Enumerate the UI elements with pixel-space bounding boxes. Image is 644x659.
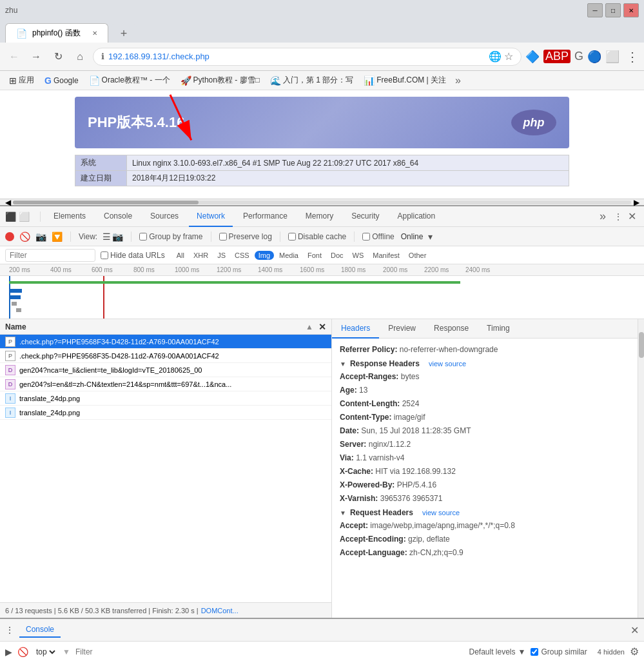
bookmark-freebuf[interactable]: 📊 FreeBuf.COM | 关注 [360, 74, 450, 87]
list-item[interactable]: I translate_24dp.png [0, 391, 331, 406]
browser-tab[interactable]: 📄 phpinfo() 函数 ✕ [5, 23, 108, 43]
details-scrollbar[interactable] [638, 319, 644, 618]
scroll-thumb[interactable] [13, 201, 199, 204]
filter-js-button[interactable]: JS [213, 251, 229, 260]
console-filter-input[interactable] [75, 647, 464, 656]
camera-button[interactable]: 📷 [35, 231, 46, 242]
tab-performance[interactable]: Performance [235, 206, 295, 227]
filter-media-button[interactable]: Media [275, 251, 302, 260]
list-item[interactable]: P .check.php?=PHPE9568F34-D428-11d2-A769… [0, 335, 331, 349]
console-block-button[interactable]: 🚫 [17, 647, 28, 657]
extension-icon-3[interactable]: G [574, 50, 583, 63]
devtools-more-button[interactable]: » [600, 210, 606, 223]
filter-input[interactable] [5, 249, 95, 262]
record-button[interactable] [5, 232, 14, 241]
view-source-link[interactable]: view source [429, 360, 466, 368]
console-play-button[interactable]: ▶ [5, 647, 12, 657]
new-tab-button[interactable]: + [111, 25, 137, 43]
list-item[interactable]: P .check.php?=PHPE9568F35-D428-11d2-A769… [0, 349, 331, 363]
extension-icon-4[interactable]: 🔵 [587, 50, 601, 64]
devtools-close-button[interactable]: ✕ [625, 208, 639, 225]
tab-network[interactable]: Network [189, 206, 233, 227]
domcont-link[interactable]: DOMCont... [201, 607, 239, 615]
bookmark-python[interactable]: 🚀 Python教程 - 廖雪□ [177, 74, 264, 87]
maximize-button[interactable]: □ [605, 3, 621, 17]
tick-1800ms: 1800 ms [341, 266, 366, 273]
tab-elements[interactable]: Elements [46, 206, 93, 227]
request-view-source-link[interactable]: view source [422, 509, 460, 516]
tab-console[interactable]: Console [96, 206, 140, 227]
scroll-track[interactable] [13, 201, 631, 204]
devtools-settings-icon[interactable]: ⋮ [614, 211, 623, 222]
detail-tab-timing[interactable]: Timing [478, 319, 519, 339]
devtools-undock-icon[interactable]: ⬜ [19, 211, 30, 222]
header-row: Via: 1.1 varnish-v4 [340, 452, 630, 464]
bookmark-intro[interactable]: 🌊 入门，第 1 部分：写 [266, 74, 357, 87]
bookmarks-more-button[interactable]: » [455, 75, 461, 86]
detail-tab-headers[interactable]: Headers [332, 319, 379, 339]
tab-application[interactable]: Application [390, 206, 444, 227]
devtools-dock-icon[interactable]: ⬛ [5, 211, 16, 222]
console-tab[interactable]: Console [19, 622, 61, 638]
extension-icon-1[interactable]: 🔷 [525, 50, 540, 64]
header-row: Accept-Encoding: gzip, deflate [340, 533, 630, 545]
tab-security[interactable]: Security [344, 206, 387, 227]
resize-handle[interactable]: ▲ [306, 322, 313, 331]
filter-other-button[interactable]: Other [405, 251, 431, 260]
clear-button[interactable]: 🚫 [19, 231, 30, 242]
translate-icon[interactable]: 🌐 [489, 50, 502, 63]
console-gear-icon[interactable]: ⚙ [630, 645, 639, 658]
list-view-icon[interactable]: ☰ [102, 231, 111, 242]
filter-img-button[interactable]: Img [255, 251, 274, 260]
throttle-dropdown[interactable]: ▾ [428, 231, 433, 242]
group-similar-checkbox[interactable] [531, 648, 538, 656]
close-button[interactable]: ✕ [623, 3, 639, 17]
forward-button[interactable]: → [27, 48, 45, 66]
detail-tab-preview[interactable]: Preview [379, 319, 425, 339]
tab-close-button[interactable]: ✕ [92, 30, 97, 37]
screenshot-view-icon[interactable]: 📷 [112, 231, 123, 242]
preserve-log-checkbox[interactable] [219, 233, 227, 241]
bookmark-oracle[interactable]: 📄 Oracle教程™ - 一个 [85, 74, 174, 87]
list-item[interactable]: D gen204?nca=te_li&client=te_lib&logId=v… [0, 363, 331, 377]
minimize-button[interactable]: ─ [587, 3, 603, 17]
address-input[interactable]: ℹ 192.168.99.131/.check.php 🌐 ☆ [93, 48, 522, 66]
filter-ws-button[interactable]: WS [349, 251, 368, 260]
filter-doc-button[interactable]: Doc [327, 251, 347, 260]
chrome-menu-button[interactable]: ⋮ [626, 49, 639, 64]
console-close-button[interactable]: ✕ [630, 624, 639, 636]
bookmark-google[interactable]: G Google [41, 74, 83, 87]
filter-manifest-button[interactable]: Manifest [369, 251, 404, 260]
filter-css-button[interactable]: CSS [231, 251, 253, 260]
filter-all-button[interactable]: All [173, 251, 188, 260]
detail-tab-response[interactable]: Response [425, 319, 478, 339]
header-name: Content-Type: [340, 413, 391, 422]
disable-cache-checkbox[interactable] [288, 233, 296, 241]
bookmark-star-icon[interactable]: ☆ [504, 50, 513, 63]
python-icon: 🚀 [181, 75, 191, 86]
filter-toggle-button[interactable]: 🔽 [52, 231, 63, 242]
filter-xhr-button[interactable]: XHR [190, 251, 212, 260]
reload-button[interactable]: ↻ [49, 48, 67, 66]
home-button[interactable]: ⌂ [71, 48, 89, 66]
horizontal-scrollbar[interactable]: ◀ ▶ [0, 199, 644, 205]
offline-checkbox[interactable] [362, 233, 370, 241]
levels-dropdown[interactable]: ▼ [518, 647, 526, 656]
list-item[interactable]: I translate_24dp.png [0, 406, 331, 420]
console-three-dots[interactable]: ⋮ [5, 625, 14, 635]
list-item[interactable]: D gen204?sl=en&tl=zh-CN&textlen=214&sp=n… [0, 377, 331, 391]
bookmark-apps[interactable]: ⊞ 应用 [5, 74, 38, 87]
title-bar: zhu ─ □ ✕ [0, 0, 644, 21]
console-input-row: ▶ 🚫 top ▼ Default levels ▼ Group similar… [0, 641, 644, 659]
requests-close-button[interactable]: ✕ [318, 322, 326, 332]
hide-data-urls-checkbox[interactable] [101, 251, 108, 259]
tab-memory[interactable]: Memory [298, 206, 341, 227]
extension-icon-5[interactable]: ⬜ [605, 50, 620, 64]
tab-sources[interactable]: Sources [142, 206, 186, 227]
console-context-select[interactable]: top [34, 647, 57, 657]
back-button[interactable]: ← [5, 48, 23, 66]
scrollbar-thumb[interactable] [639, 332, 644, 358]
filter-font-button[interactable]: Font [304, 251, 326, 260]
group-by-frame-checkbox[interactable] [139, 233, 147, 241]
extension-icon-2[interactable]: ABP [543, 50, 571, 63]
